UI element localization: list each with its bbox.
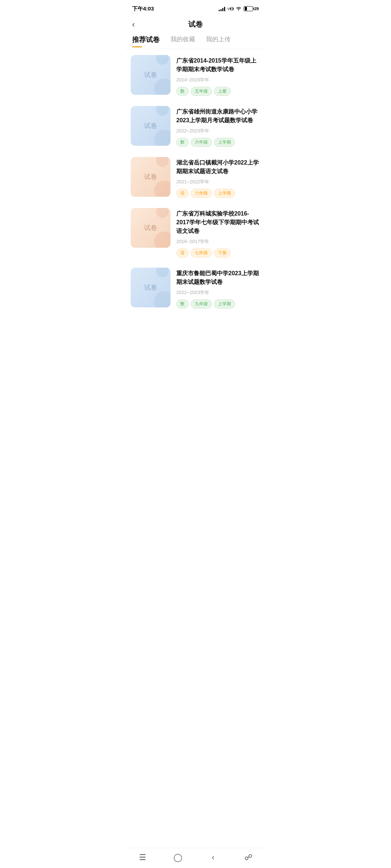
- thumb-deco1: [154, 78, 171, 95]
- exam-tag: 上册: [214, 87, 231, 96]
- wifi-icon: ▿𝚹: [227, 6, 234, 12]
- battery-icon: [244, 6, 253, 11]
- exam-year: 2022~2023学年: [176, 289, 260, 296]
- thumb-label: 试卷: [144, 224, 157, 232]
- exam-tag: 上学期: [214, 299, 235, 309]
- exam-title: 湖北省岳口镇截河小学2022上学期期末试题语文试卷: [176, 158, 260, 176]
- content-area: 试卷 广东省2014-2015学年五年级上学期期末考试数学试卷 2014~201…: [125, 55, 266, 344]
- wifi-icon: [236, 7, 241, 11]
- exam-item[interactable]: 试卷 重庆市鲁能巴蜀中学2023上学期期末试题数学试卷 2022~2023学年 …: [131, 268, 260, 309]
- exam-thumbnail: 试卷: [131, 55, 171, 95]
- exam-tags: 语六年级上学期: [176, 189, 260, 198]
- exam-tag: 六年级: [191, 138, 212, 147]
- thumb-deco1: [154, 291, 171, 307]
- tab-favorites[interactable]: 我的收藏: [171, 35, 195, 47]
- tab-bar: 推荐试卷 我的收藏 我的上传: [125, 35, 266, 47]
- thumb-deco2: [156, 208, 169, 218]
- thumb-deco1: [154, 180, 171, 197]
- tab-divider: [125, 49, 266, 49]
- exam-year: 2016~2017学年: [176, 238, 260, 245]
- exam-tag: 上学期: [214, 189, 235, 198]
- battery-container: 29: [244, 6, 259, 11]
- exam-info: 广东省万科城实验学校2016-2017学年七年级下学期期中考试语文试卷 2016…: [176, 208, 260, 258]
- exam-info: 广东省雄州街道永康路中心小学2023上学期月考试题数学试卷 2022~2023学…: [176, 106, 260, 147]
- exam-tags: 数五年级上册: [176, 87, 260, 96]
- tab-recommended[interactable]: 推荐试卷: [132, 35, 160, 47]
- exam-tag: 数: [176, 138, 189, 147]
- thumb-label: 试卷: [144, 173, 157, 181]
- signal-icon: [219, 6, 225, 11]
- exam-item[interactable]: 试卷 广东省2014-2015学年五年级上学期期末考试数学试卷 2014~201…: [131, 55, 260, 96]
- exam-title: 广东省万科城实验学校2016-2017学年七年级下学期期中考试语文试卷: [176, 209, 260, 235]
- exam-title: 广东省2014-2015学年五年级上学期期末考试数学试卷: [176, 56, 260, 74]
- status-bar: 下午4:03 ▿𝚹 29: [125, 0, 266, 16]
- exam-year: 2022~2023学年: [176, 128, 260, 134]
- exam-tag: 数: [176, 299, 189, 309]
- exam-tags: 数九年级上学期: [176, 299, 260, 309]
- exam-tag: 七年级: [191, 248, 212, 258]
- thumb-deco2: [156, 106, 169, 116]
- thumb-label: 试卷: [144, 283, 157, 292]
- thumb-deco2: [156, 268, 169, 277]
- exam-tag: 下册: [214, 248, 231, 258]
- exam-tag: 语: [176, 189, 189, 198]
- exam-thumbnail: 试卷: [131, 268, 171, 307]
- exam-tags: 数六年级上学期: [176, 138, 260, 147]
- exam-tag: 五年级: [191, 87, 212, 96]
- status-time: 下午4:03: [132, 5, 154, 12]
- exam-tag: 语: [176, 248, 189, 258]
- exam-info: 重庆市鲁能巴蜀中学2023上学期期末试题数学试卷 2022~2023学年 数九年…: [176, 268, 260, 309]
- page-title: 试卷: [188, 20, 203, 29]
- exam-item[interactable]: 试卷 湖北省岳口镇截河小学2022上学期期末试题语文试卷 2021~2022学年…: [131, 157, 260, 198]
- exam-tags: 语七年级下册: [176, 248, 260, 258]
- back-button[interactable]: ‹: [132, 21, 135, 29]
- thumb-deco2: [156, 55, 169, 65]
- thumb-deco1: [154, 231, 171, 248]
- exam-info: 湖北省岳口镇截河小学2022上学期期末试题语文试卷 2021~2022学年 语六…: [176, 157, 260, 198]
- exam-thumbnail: 试卷: [131, 208, 171, 248]
- exam-title: 重庆市鲁能巴蜀中学2023上学期期末试题数学试卷: [176, 269, 260, 286]
- thumb-deco2: [156, 157, 169, 167]
- thumb-deco1: [154, 129, 171, 146]
- thumb-label: 试卷: [144, 71, 157, 79]
- exam-tag: 九年级: [191, 299, 212, 309]
- exam-title: 广东省雄州街道永康路中心小学2023上学期月考试题数学试卷: [176, 107, 260, 125]
- exam-item[interactable]: 试卷 广东省万科城实验学校2016-2017学年七年级下学期期中考试语文试卷 2…: [131, 208, 260, 258]
- exam-tag: 六年级: [191, 189, 212, 198]
- exam-year: 2021~2022学年: [176, 179, 260, 185]
- tab-uploads[interactable]: 我的上传: [206, 35, 231, 47]
- exam-thumbnail: 试卷: [131, 157, 171, 197]
- header: ‹ 试卷: [125, 16, 266, 35]
- exam-year: 2014~2015学年: [176, 77, 260, 83]
- thumb-label: 试卷: [144, 122, 157, 130]
- exam-thumbnail: 试卷: [131, 106, 171, 146]
- exam-tag: 数: [176, 87, 189, 96]
- battery-level: 29: [255, 7, 259, 11]
- status-icons: ▿𝚹 29: [219, 6, 259, 12]
- exam-item[interactable]: 试卷 广东省雄州街道永康路中心小学2023上学期月考试题数学试卷 2022~20…: [131, 106, 260, 147]
- exam-list: 试卷 广东省2014-2015学年五年级上学期期末考试数学试卷 2014~201…: [125, 55, 266, 309]
- exam-info: 广东省2014-2015学年五年级上学期期末考试数学试卷 2014~2015学年…: [176, 55, 260, 96]
- exam-tag: 上学期: [214, 138, 235, 147]
